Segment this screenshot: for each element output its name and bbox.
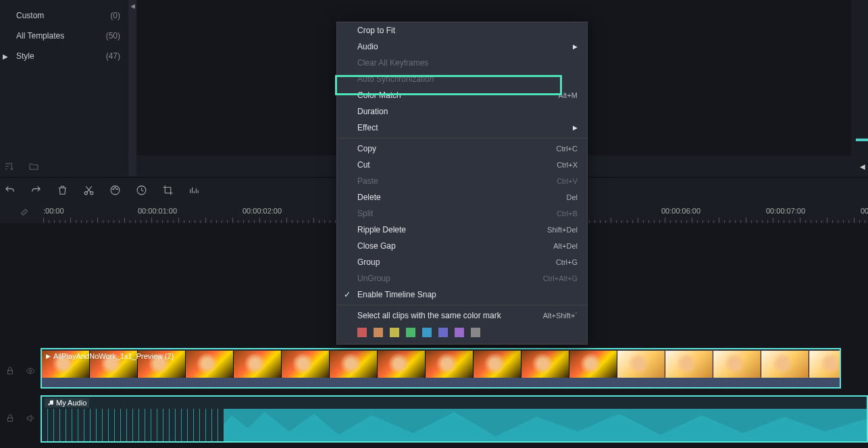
sidebar-item-all-templates[interactable]: All Templates (50) [0, 26, 128, 46]
audio-track-header [0, 405, 41, 432]
check-icon: ✓ [344, 290, 351, 299]
eye-icon[interactable] [26, 366, 35, 378]
lock-icon[interactable] [5, 414, 15, 425]
menu-shortcut: Ctrl+B [557, 209, 578, 218]
sidebar-collapse-button[interactable]: ◀ [128, 0, 136, 176]
svg-point-3 [113, 189, 113, 189]
menu-shortcut: Ctrl+G [556, 258, 578, 266]
sidebar-item-count: (47) [106, 51, 120, 61]
menu-item-cut[interactable]: CutCtrl+X [337, 157, 587, 173]
color-swatch[interactable] [357, 328, 367, 337]
sidebar-item-label: Custom [16, 11, 44, 20]
menu-item-ungroup: UnGroupCtrl+Alt+G [337, 270, 587, 287]
menu-label: Clear All Keyframes [357, 58, 428, 68]
menu-shortcut: Alt+Del [553, 242, 578, 250]
undo-icon[interactable] [4, 184, 16, 196]
cut-icon[interactable] [83, 184, 95, 196]
menu-item-auto-synchronization: Auto Synchronization [337, 71, 587, 87]
video-track-header [0, 358, 41, 385]
sidebar-item-label: All Templates [16, 31, 64, 41]
marker-indicator [856, 139, 868, 141]
video-clip-label: ▶ AllPlayAndNoWork_1x1_Preview (2) [46, 352, 174, 360]
svg-point-8 [29, 370, 32, 372]
menu-item-clear-all-keyframes: Clear All Keyframes [337, 55, 587, 71]
thumbnail [521, 351, 569, 379]
menu-label: Duration [357, 107, 388, 116]
menu-item-duration[interactable]: Duration [337, 103, 587, 120]
menu-label: Close Gap [357, 241, 396, 251]
menu-label: Cut [357, 160, 370, 170]
menu-item-paste: PasteCtrl+V [337, 173, 587, 189]
color-swatch[interactable] [406, 328, 415, 337]
menu-item-crop-to-fit[interactable]: Crop to Fit [337, 22, 587, 39]
menu-separator [337, 138, 587, 139]
chevron-right-icon: ▶ [573, 43, 578, 50]
menu-item-enable-timeline-snap[interactable]: ✓Enable Timeline Snap [337, 287, 587, 303]
menu-label: Split [357, 209, 373, 218]
music-note-icon [47, 399, 54, 406]
sort-icon[interactable] [4, 161, 15, 174]
thumbnail [665, 351, 713, 379]
menu-item-close-gap[interactable]: Close GapAlt+Del [337, 238, 587, 254]
thumbnail [282, 351, 330, 379]
color-swatch[interactable] [438, 328, 448, 337]
speed-icon[interactable] [136, 184, 147, 196]
thumbnail [378, 351, 426, 379]
link-icon[interactable] [19, 207, 30, 220]
audio-adjust-icon[interactable] [188, 184, 200, 196]
menu-item-effect[interactable]: Effect▶ [337, 120, 587, 136]
menu-label: Enable Timeline Snap [357, 290, 436, 299]
svg-rect-9 [8, 418, 13, 421]
thumbnail [426, 351, 474, 379]
menu-item-group[interactable]: GroupCtrl+G [337, 254, 587, 270]
sidebar-item-style[interactable]: ▶ Style (47) [0, 46, 128, 66]
sidebar-item-count: (0) [110, 11, 120, 20]
thumbnail [617, 351, 665, 379]
lock-icon[interactable] [5, 366, 15, 378]
delete-icon[interactable] [57, 184, 68, 196]
color-swatch[interactable] [374, 328, 383, 337]
thumbnail [569, 351, 617, 379]
chevron-right-icon: ▶ [573, 124, 578, 131]
context-menu: Crop to FitAudio▶Clear All KeyframesAuto… [336, 22, 588, 345]
ruler-label: 00:00:01:00 [138, 207, 177, 215]
ruler-label: 00:00:06:00 [661, 207, 700, 215]
speaker-icon[interactable] [26, 414, 35, 425]
crop-icon[interactable] [162, 184, 174, 196]
ruler-label: 00:00:07:00 [766, 207, 805, 215]
thumbnail [474, 351, 521, 379]
video-clip[interactable]: ▶ AllPlayAndNoWork_1x1_Preview (2) [41, 348, 841, 389]
color-swatch[interactable] [422, 328, 432, 337]
menu-shortcut: Ctrl+Alt+G [543, 274, 578, 282]
palette-icon[interactable] [109, 184, 121, 196]
menu-label: UnGroup [357, 274, 390, 283]
menu-item-audio[interactable]: Audio▶ [337, 39, 587, 55]
thumbnail [809, 351, 841, 379]
sidebar-item-label: Style [16, 51, 34, 61]
audio-clip[interactable]: My Audio [41, 395, 868, 443]
menu-label: Copy [357, 144, 376, 153]
folder-icon[interactable] [28, 161, 39, 174]
color-swatch[interactable] [455, 328, 464, 337]
sidebar-item-custom[interactable]: Custom (0) [0, 5, 128, 26]
menu-label: Auto Synchronization [357, 74, 434, 84]
menu-item-color-match[interactable]: Color MatchAlt+M [337, 87, 587, 103]
menu-shortcut: Ctrl+C [557, 145, 578, 153]
menu-label: Select all clips with the same color mar… [357, 311, 501, 320]
color-swatch[interactable] [390, 328, 399, 337]
menu-shortcut: Del [566, 193, 578, 201]
thumbnail [186, 351, 234, 379]
menu-item-select-all-clips-with-the-same-color-mark[interactable]: Select all clips with the same color mar… [337, 307, 587, 324]
menu-item-copy[interactable]: CopyCtrl+C [337, 141, 587, 157]
sidebar-item-count: (50) [106, 31, 120, 41]
menu-separator [337, 305, 587, 305]
expand-left-icon[interactable]: ◀ [860, 163, 865, 170]
color-swatch[interactable] [471, 328, 480, 337]
menu-item-split: SplitCtrl+B [337, 205, 587, 222]
menu-item-ripple-delete[interactable]: Ripple DeleteShift+Del [337, 222, 587, 238]
menu-item-delete[interactable]: DeleteDel [337, 189, 587, 205]
redo-icon[interactable] [30, 184, 42, 196]
menu-shortcut: Alt+M [559, 91, 578, 99]
chevron-left-icon: ◀ [130, 3, 135, 9]
menu-label: Effect [357, 123, 378, 132]
